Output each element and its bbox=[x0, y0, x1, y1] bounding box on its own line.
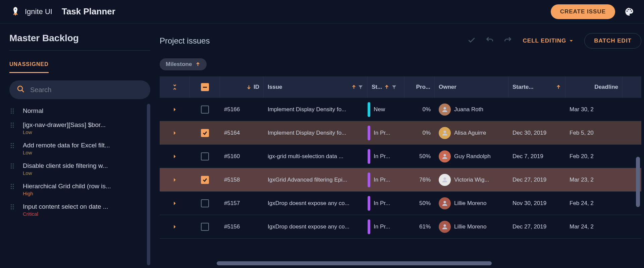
deadline-cell: Mar 23, 2 bbox=[566, 168, 623, 191]
table-row[interactable]: #5158IgxGrid Advanced filtering Epi...In… bbox=[160, 168, 641, 192]
expand-cell[interactable] bbox=[160, 192, 190, 215]
column-id[interactable]: ID bbox=[220, 76, 264, 98]
svg-point-7 bbox=[443, 201, 446, 203]
checkbox-cell[interactable] bbox=[190, 121, 220, 144]
issue-cell: IgxGrid Advanced filtering Epi... bbox=[264, 168, 368, 191]
column-id-label: ID bbox=[254, 84, 259, 90]
undo-icon[interactable] bbox=[485, 36, 494, 46]
backlog-item[interactable]: Input content select on date ...Critical bbox=[9, 200, 148, 220]
checkbox[interactable] bbox=[201, 199, 209, 207]
avatar bbox=[439, 174, 451, 186]
filter-icon bbox=[358, 84, 363, 90]
checkbox-cell[interactable] bbox=[190, 98, 220, 121]
issue-cell: Implement Display Density fo... bbox=[264, 98, 368, 121]
owner-cell: Alisa Aguirre bbox=[435, 121, 508, 144]
cell-editing-dropdown[interactable]: CELL EDITING bbox=[523, 38, 574, 44]
horizontal-scrollbar[interactable] bbox=[217, 261, 492, 265]
drag-handle-icon[interactable] bbox=[11, 184, 17, 190]
svg-point-8 bbox=[443, 224, 446, 226]
chevron-right-icon bbox=[172, 107, 177, 112]
main-panel: Project issues CELL EDITING BATCH EDIT M… bbox=[160, 33, 641, 265]
vertical-scrollbar[interactable] bbox=[636, 157, 640, 207]
status-indicator bbox=[368, 149, 370, 164]
started-cell: Dec 7, 2019 bbox=[508, 145, 566, 168]
table-row[interactable]: #5157IgxDrop doesnt expose any co...In P… bbox=[160, 192, 641, 215]
backlog-item-title: Hierarchical Grid child (row is... bbox=[23, 183, 147, 190]
search-input[interactable] bbox=[30, 86, 143, 94]
milestone-chip[interactable]: Milestone bbox=[160, 58, 207, 70]
table-row[interactable]: #5160igx-grid multi-selection data ...In… bbox=[160, 145, 641, 168]
expand-cell[interactable] bbox=[160, 98, 190, 121]
svg-point-6 bbox=[443, 177, 446, 180]
column-progress[interactable]: Pro... bbox=[405, 76, 435, 98]
backlog-item[interactable]: Hierarchical Grid child (row is...High bbox=[9, 179, 148, 200]
column-issue-label: Issue bbox=[268, 84, 282, 90]
column-select-all[interactable] bbox=[190, 76, 220, 98]
drag-handle-icon[interactable] bbox=[11, 123, 17, 129]
status-indicator bbox=[368, 102, 370, 117]
started-cell: Nov 30, 2019 bbox=[508, 192, 566, 215]
column-status[interactable]: St... bbox=[368, 76, 405, 98]
expand-cell[interactable] bbox=[160, 145, 190, 168]
table-row[interactable]: #5166Implement Display Density fo...New0… bbox=[160, 98, 641, 121]
checkbox-cell[interactable] bbox=[190, 192, 220, 215]
status-indicator bbox=[368, 196, 370, 211]
avatar bbox=[439, 104, 451, 116]
chevron-right-icon bbox=[172, 224, 177, 229]
avatar bbox=[439, 221, 451, 233]
owner-cell: Juana Roth bbox=[435, 98, 508, 121]
rocket-icon bbox=[10, 6, 21, 17]
table-row[interactable]: #5164Implement Display Density fo...In P… bbox=[160, 121, 641, 145]
redo-icon[interactable] bbox=[503, 36, 512, 46]
checkbox[interactable] bbox=[201, 176, 209, 184]
main-title: Project issues bbox=[160, 36, 210, 46]
expand-cell[interactable] bbox=[160, 121, 190, 144]
column-expand-collapse[interactable] bbox=[160, 76, 190, 98]
id-cell: #5157 bbox=[220, 192, 264, 215]
expand-cell[interactable] bbox=[160, 215, 190, 238]
column-owner-label: Owner bbox=[439, 84, 457, 90]
expand-cell[interactable] bbox=[160, 168, 190, 191]
deadline-cell: Feb 24, 2 bbox=[566, 192, 623, 215]
checkbox[interactable] bbox=[201, 129, 209, 137]
search-box[interactable] bbox=[9, 80, 150, 99]
backlog-item-title: Normal bbox=[23, 107, 147, 115]
drag-handle-icon[interactable] bbox=[11, 163, 17, 170]
column-started[interactable]: Starte... bbox=[508, 76, 566, 98]
backlog-item[interactable]: [igx-nav-drawer][Sass] $bor...Low bbox=[9, 118, 148, 138]
deadline-cell: Feb 5, 20 bbox=[566, 121, 623, 144]
deadline-cell: Mar 24, 2 bbox=[566, 215, 623, 238]
backlog-item-priority: Critical bbox=[23, 211, 147, 217]
progress-cell: 0% bbox=[405, 121, 435, 144]
drag-handle-icon[interactable] bbox=[11, 204, 17, 210]
backlog-item[interactable]: Add remote data for Excel filt...Low bbox=[9, 138, 148, 159]
started-cell bbox=[508, 98, 566, 121]
checkbox[interactable] bbox=[201, 106, 209, 114]
checkbox-cell[interactable] bbox=[190, 168, 220, 191]
grid-header: ID Issue St... Pro... bbox=[160, 76, 641, 98]
column-issue[interactable]: Issue bbox=[264, 76, 368, 98]
palette-icon[interactable] bbox=[625, 7, 634, 16]
backlog-item-priority: High bbox=[23, 191, 147, 196]
tab-unassigned[interactable]: UNASSIGNED bbox=[9, 57, 49, 73]
batch-edit-button[interactable]: BATCH EDIT bbox=[584, 33, 641, 49]
drag-handle-icon[interactable] bbox=[11, 143, 17, 149]
avatar bbox=[439, 127, 451, 139]
backlog-item[interactable]: Normal bbox=[9, 104, 148, 118]
column-owner[interactable]: Owner bbox=[435, 76, 508, 98]
checkbox-cell[interactable] bbox=[190, 145, 220, 168]
svg-point-4 bbox=[443, 130, 446, 133]
check-icon[interactable] bbox=[467, 36, 476, 46]
arrow-down-icon bbox=[246, 84, 252, 90]
column-deadline[interactable]: Deadline bbox=[566, 76, 623, 98]
drag-handle-icon[interactable] bbox=[11, 109, 17, 115]
checkbox-cell[interactable] bbox=[190, 215, 220, 238]
create-issue-button[interactable]: CREATE ISSUE bbox=[551, 4, 615, 19]
checkbox[interactable] bbox=[201, 223, 209, 231]
backlog-item[interactable]: Disable client side filtering w...Low bbox=[9, 159, 148, 179]
checkbox[interactable] bbox=[201, 152, 209, 160]
checkbox-indeterminate-icon bbox=[201, 83, 209, 91]
main-header: Project issues CELL EDITING BATCH EDIT bbox=[160, 33, 641, 49]
avatar bbox=[439, 150, 451, 162]
table-row[interactable]: #5156IgxDrop doesnt expose any co...In P… bbox=[160, 215, 641, 239]
